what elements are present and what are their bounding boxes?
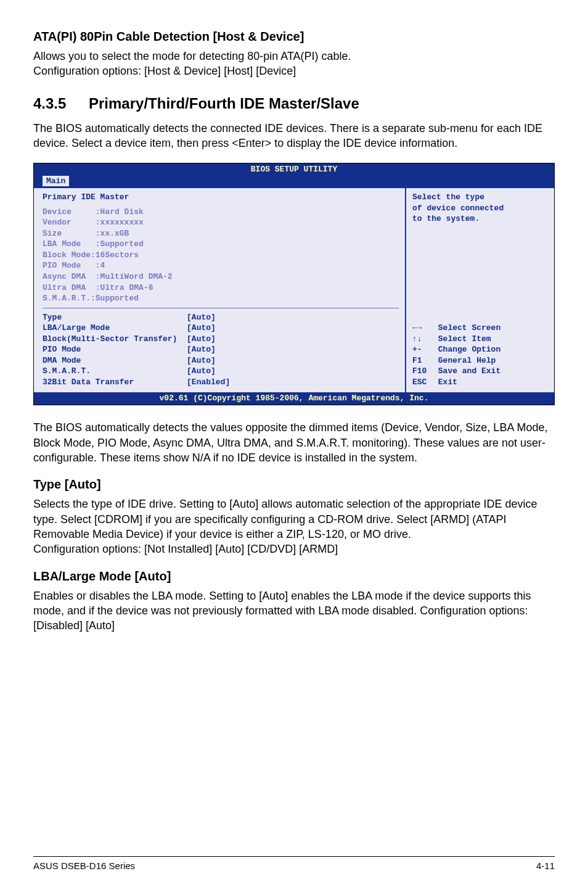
- bios-left-title: Primary IDE Master: [43, 192, 399, 203]
- bios-option-row[interactable]: Type [Auto]: [43, 312, 399, 323]
- bios-help-1: Select the type: [412, 192, 549, 203]
- section-title: Primary/Third/Fourth IDE Master/Slave: [89, 95, 359, 112]
- text-type-auto-1: Selects the type of IDE drive. Setting t…: [33, 497, 555, 542]
- bios-option-row[interactable]: DMA Mode [Auto]: [43, 355, 399, 366]
- bios-left-panel: Primary IDE Master Device :Hard Disk Ven…: [34, 188, 406, 392]
- bios-option-row[interactable]: 32Bit Data Transfer [Enabled]: [43, 377, 399, 388]
- bios-titlebar: BIOS SETUP UTILITY: [34, 163, 554, 176]
- bios-option-row[interactable]: PIO Mode [Auto]: [43, 344, 399, 355]
- bios-footer: v02.61 (C)Copyright 1985-2006, American …: [34, 392, 554, 405]
- bios-tab-main[interactable]: Main: [43, 176, 69, 186]
- bios-tabs: Main: [34, 176, 554, 188]
- bios-nav-row: ←→ Select Screen: [412, 323, 549, 334]
- bios-info-4: Block Mode:16Sectors: [43, 250, 399, 261]
- bios-right-panel: Select the type of device connected to t…: [406, 188, 554, 392]
- text-atapi-1: Allows you to select the mode for detect…: [33, 49, 555, 64]
- bios-info-7: Ultra DMA :Ultra DMA-6: [43, 283, 399, 294]
- bios-help-3: to the system.: [412, 213, 549, 225]
- bios-option-row[interactable]: LBA/Large Mode [Auto]: [43, 323, 399, 334]
- bios-info-2: Size :xx.xGB: [43, 228, 399, 239]
- bios-option-row[interactable]: S.M.A.R.T. [Auto]: [43, 366, 399, 377]
- heading-type-auto: Type [Auto]: [33, 477, 555, 492]
- bios-screenshot: BIOS SETUP UTILITY Main Primary IDE Mast…: [33, 163, 555, 405]
- bios-info-3: LBA Mode :Supported: [43, 239, 399, 250]
- bios-nav-row: F1 General Help: [412, 355, 549, 366]
- bios-info-0: Device :Hard Disk: [43, 207, 399, 218]
- bios-nav-row: ↑↓ Select Item: [412, 334, 549, 345]
- heading-lba: LBA/Large Mode [Auto]: [33, 569, 555, 584]
- bios-option-row[interactable]: Block(Multi-Sector Transfer) [Auto]: [43, 334, 399, 345]
- bios-nav-row: F10 Save and Exit: [412, 366, 549, 377]
- page-footer: ASUS DSEB-D16 Series 4-11: [33, 856, 555, 871]
- bios-title: BIOS SETUP UTILITY: [251, 165, 337, 174]
- bios-nav-row: +- Change Option: [412, 344, 549, 355]
- text-after-bios: The BIOS automatically detects the value…: [33, 420, 555, 465]
- bios-info-1: Vendor :xxxxxxxxx: [43, 217, 399, 228]
- bios-info-5: PIO Mode :4: [43, 260, 399, 271]
- section-body: The BIOS automatically detects the conne…: [33, 121, 555, 151]
- bios-nav-row: ESC Exit: [412, 377, 549, 388]
- bios-info-8: S.M.A.R.T.:Supported: [43, 293, 399, 304]
- footer-right: 4-11: [536, 860, 555, 871]
- bios-info-6: Async DMA :MultiWord DMA-2: [43, 271, 399, 283]
- heading-atapi: ATA(PI) 80Pin Cable Detection [Host & De…: [33, 30, 555, 44]
- section-number: 4.3.5: [33, 95, 89, 112]
- text-atapi-2: Configuration options: [Host & Device] […: [33, 64, 555, 78]
- footer-left: ASUS DSEB-D16 Series: [33, 860, 135, 871]
- bios-help-2: of device connected: [412, 203, 549, 214]
- text-type-auto-2: Configuration options: [Not Installed] […: [33, 542, 555, 556]
- text-lba: Enables or disables the LBA mode. Settin…: [33, 588, 555, 633]
